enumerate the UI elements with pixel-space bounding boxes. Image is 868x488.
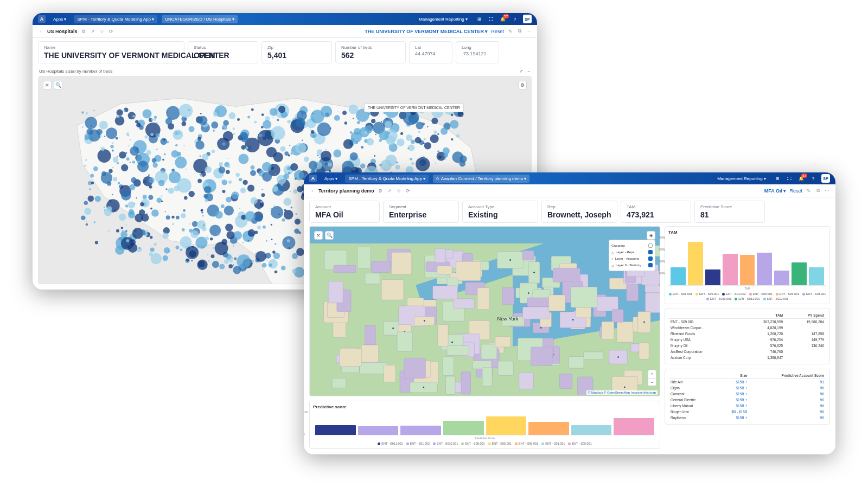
svg-point-750 <box>215 242 228 255</box>
chart-bar[interactable] <box>571 425 612 435</box>
expand-icon[interactable]: ⛶ <box>487 15 495 23</box>
app-name-pill[interactable]: SPM - Territory & Quota Modeling App ▾ <box>345 175 429 183</box>
table-row[interactable]: Murphy Oil576,825136,240 <box>668 343 826 349</box>
table-row[interactable]: Murphy USA976,254149,779 <box>668 337 826 343</box>
table-row[interactable]: Biogen Idec$B - $15B90 <box>668 409 826 415</box>
table-row[interactable]: Riceland Foods1,260,720147,858 <box>668 331 826 337</box>
table-row[interactable]: Liberty Mutual$15B +98 <box>668 403 826 409</box>
bell-icon[interactable]: 🔔57 <box>499 15 507 23</box>
fullscreen-icon[interactable]: ⤢ <box>519 69 523 74</box>
chart-bar[interactable] <box>614 418 654 435</box>
chart-bar[interactable] <box>315 425 356 435</box>
grid-icon[interactable]: ⊞ <box>475 15 483 23</box>
back-icon[interactable]: ‹ <box>38 28 44 34</box>
app-name-pill[interactable]: SPM - Territory & Quota Modeling App ▾ <box>74 15 157 23</box>
bell-icon[interactable]: 🔔57 <box>797 175 805 182</box>
breadcrumb-page[interactable]: 0. Anaplan Connect / Territory planning … <box>433 175 529 183</box>
layer-toggle[interactable] <box>648 263 653 267</box>
svg-point-936 <box>528 292 529 294</box>
zoom-in-button[interactable]: + <box>648 370 656 378</box>
help-icon[interactable]: ? <box>809 175 817 182</box>
layer-row[interactable]: ○Layer - Accounts <box>611 255 653 262</box>
chart-bar[interactable] <box>723 254 738 285</box>
management-reporting-menu[interactable]: Management Reporting ▾ <box>416 15 471 23</box>
management-reporting-menu[interactable]: Management Reporting ▾ <box>714 175 769 183</box>
chart-bar[interactable] <box>358 426 399 435</box>
svg-point-773 <box>177 152 181 156</box>
chart-bar[interactable] <box>671 267 686 285</box>
edit-icon[interactable]: ✎ <box>507 28 513 34</box>
breadcrumb-page[interactable]: UNCATEGORIZED / US Hospitals ▾ <box>162 15 238 23</box>
svg-point-626 <box>322 169 323 170</box>
entity-selector[interactable]: MFA Oil ▾ <box>764 188 787 194</box>
svg-point-633 <box>311 130 314 133</box>
avatar[interactable]: SP <box>821 174 830 183</box>
map-search-icon[interactable]: 🔍 <box>54 81 62 89</box>
table-row[interactable]: Windstream Corpor…4,820,199 <box>668 325 826 331</box>
layer-toggle[interactable] <box>648 250 653 254</box>
star-icon[interactable]: ☆ <box>396 188 402 194</box>
zoom-out-button[interactable]: − <box>648 378 656 386</box>
refresh-icon[interactable]: ⟳ <box>108 28 114 34</box>
apps-menu[interactable]: Apps ▾ <box>321 175 341 183</box>
svg-point-265 <box>337 111 339 112</box>
table-row[interactable]: Rite Aid$15B +93 <box>668 379 826 386</box>
copy-icon[interactable]: ⧉ <box>516 28 522 34</box>
copy-icon[interactable]: ⧉ <box>815 188 821 194</box>
settings-icon[interactable]: ⚙ <box>378 188 384 194</box>
chart-bar[interactable] <box>705 269 720 285</box>
app-logo-icon[interactable]: A <box>309 175 317 182</box>
chart-bar[interactable] <box>486 416 527 435</box>
map-attribution[interactable]: © Mapbox © OpenStreetMap Improve this ma… <box>586 390 658 395</box>
app-logo-icon[interactable]: A <box>38 15 46 23</box>
territory-map[interactable]: New York ⤧ 🔍 ◈ Grouping △Layer - Reps ○L… <box>309 226 660 396</box>
map-search-icon[interactable]: 🔍 <box>325 231 334 240</box>
reset-button[interactable]: Reset <box>789 188 802 194</box>
chart-bar[interactable] <box>740 255 755 285</box>
chart-bar[interactable] <box>400 426 441 435</box>
chart-bar[interactable] <box>443 421 484 435</box>
chart-bar[interactable] <box>688 242 703 285</box>
svg-point-48 <box>223 131 233 142</box>
map-layers-icon[interactable]: ◈ <box>647 231 655 240</box>
layer-row[interactable]: ◇Layer 3 - Territory <box>611 262 653 268</box>
layer-row[interactable]: △Layer - Reps <box>611 249 653 255</box>
map-fit-icon[interactable]: ⤧ <box>43 81 52 89</box>
back-icon[interactable]: ‹ <box>309 188 315 194</box>
table-row[interactable]: General Electric$15B +90 <box>668 397 826 403</box>
share-icon[interactable]: ↗ <box>90 28 96 34</box>
svg-point-525 <box>150 208 152 210</box>
table-row[interactable]: Acxiom Corp1,386,847 <box>668 355 826 361</box>
refresh-icon[interactable]: ⟳ <box>405 188 411 194</box>
more-icon[interactable]: ⋯ <box>526 28 532 34</box>
layer-toggle[interactable] <box>648 256 653 261</box>
help-icon[interactable]: ? <box>511 15 519 23</box>
share-icon[interactable]: ↗ <box>387 188 393 194</box>
chart-bar[interactable] <box>792 262 807 285</box>
entity-selector[interactable]: THE UNIVERSITY OF VERMONT MEDICAL CENTER… <box>365 29 488 34</box>
table-row[interactable]: Comcast$15B +96 <box>668 391 826 397</box>
reset-button[interactable]: Reset <box>491 29 504 34</box>
settings-icon[interactable]: ⚙ <box>81 28 87 34</box>
legend-item: ENT - S011.001 <box>378 442 403 445</box>
map-settings-icon[interactable]: ⚙ <box>518 81 527 89</box>
star-icon[interactable]: ☆ <box>99 28 105 34</box>
more-icon[interactable]: ⋯ <box>824 188 830 194</box>
table-row[interactable]: Cigna$15B +96 <box>668 385 826 391</box>
map-fit-icon[interactable]: ⤧ <box>314 231 323 240</box>
chart-bar[interactable] <box>528 422 569 435</box>
chart-bar[interactable] <box>809 267 824 285</box>
avatar[interactable]: SP <box>523 15 532 23</box>
chart-bar[interactable] <box>774 271 789 285</box>
grouping-checkbox[interactable] <box>648 243 653 248</box>
table-row[interactable]: Raytheon$15B +95 <box>668 415 826 421</box>
table-row[interactable]: ENT - S09.001363,230,55919,980,204 <box>668 319 826 325</box>
apps-menu[interactable]: Apps ▾ <box>50 15 69 23</box>
grid-icon[interactable]: ⊞ <box>774 175 781 182</box>
svg-point-720 <box>158 180 165 187</box>
chart-bar[interactable] <box>757 253 772 285</box>
expand-icon[interactable]: ⛶ <box>786 175 793 182</box>
edit-icon[interactable]: ✎ <box>806 188 812 194</box>
table-row[interactable]: ArcBest Corporation746,760 <box>668 349 826 355</box>
panel-more-icon[interactable]: ⋯ <box>526 69 531 74</box>
